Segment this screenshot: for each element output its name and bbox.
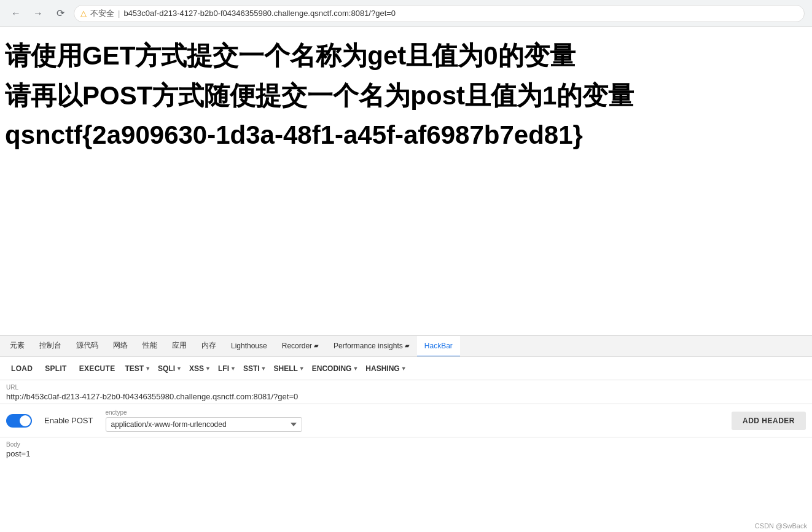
insecure-label: 不安全 bbox=[90, 8, 114, 19]
flag-text: qsnctf{2a909630-1d3a-48f1-a45f-af6987b7e… bbox=[5, 119, 807, 152]
reload-button[interactable]: ⟳ bbox=[52, 5, 69, 22]
page-content: 请使用GET方式提交一个名称为get且值为0的变量 请再以POST方式随便提交一… bbox=[0, 27, 812, 335]
address-separator: | bbox=[118, 9, 120, 18]
forward-button[interactable]: → bbox=[29, 5, 47, 22]
instruction-line1: 请使用GET方式提交一个名称为get且值为0的变量 bbox=[5, 39, 807, 73]
warning-icon: △ bbox=[80, 9, 87, 18]
address-url: b453c0af-d213-4127-b2b0-f04346355980.cha… bbox=[123, 9, 396, 18]
instruction-line2: 请再以POST方式随便提交一个名为post且值为1的变量 bbox=[5, 79, 807, 113]
address-bar[interactable]: △ 不安全 | b453c0af-d213-4127-b2b0-f0434635… bbox=[74, 5, 805, 22]
back-button[interactable]: ← bbox=[7, 5, 25, 22]
browser-chrome: ← → ⟳ △ 不安全 | b453c0af-d213-4127-b2b0-f0… bbox=[0, 0, 812, 27]
